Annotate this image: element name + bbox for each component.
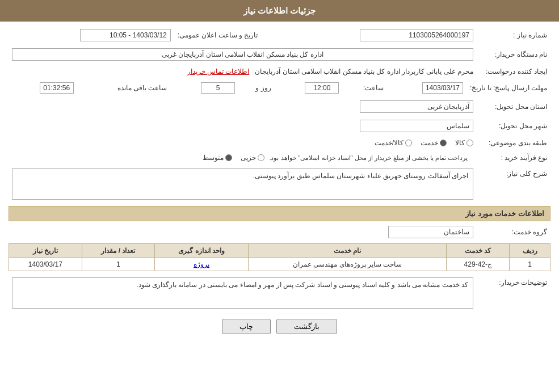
- category-option-kala-khedmat[interactable]: کالا/خدمت: [375, 139, 412, 147]
- deadline-days: 5: [201, 82, 235, 94]
- radio-jozii: [258, 154, 264, 161]
- button-row: بازگشت چاپ: [9, 319, 550, 334]
- purchase-type-label: نوع فرآیند خرید :: [477, 152, 550, 163]
- services-table: ردیف کد خدمت نام خدمت واحد اندازه گیری ت…: [9, 243, 550, 271]
- deadline-remain-label: ساعت باقی مانده: [77, 81, 170, 95]
- row-unit[interactable]: پروژه: [155, 258, 249, 271]
- city-label: شهر محل تحویل:: [477, 118, 550, 134]
- category-radio-group: کالا خدمت کالا/خدمت: [12, 139, 473, 147]
- purchase-type-note: پرداخت تمام یا بخشی از مبلغ خریدار از مح…: [269, 154, 468, 162]
- city-value: سلماس: [360, 120, 473, 132]
- org-name-value: اداره کل بنیاد مسکن انقلاب اسلامی استان …: [12, 48, 473, 61]
- announce-value: 1403/03/12 - 10:05: [80, 29, 171, 41]
- row-qty: 1: [82, 258, 155, 271]
- row-name: ساخت سایر پروژه‌های مهندسی عمران: [248, 258, 446, 271]
- contact-link[interactable]: اطلاعات تماس خریدار: [187, 68, 250, 75]
- province-label: استان محل تحویل:: [477, 99, 550, 115]
- radio-kala: [466, 140, 473, 146]
- buyer-notes-label: توضیحات خریدار:: [477, 276, 550, 310]
- deadline-remain: 01:32:56: [40, 82, 74, 94]
- org-name-label: نام دستگاه خریدار:: [477, 47, 550, 62]
- creator-label: ایجاد کننده درخواست:: [477, 66, 550, 77]
- category-label: طبقه بندی موضوعی:: [477, 137, 550, 149]
- page-title: جزئیات اطلاعات نیاز: [243, 6, 316, 15]
- province-value: آذربایجان غربی: [360, 100, 473, 113]
- deadline-date: 1403/03/17: [422, 82, 463, 94]
- col-qty: تعداد / مقدار: [82, 244, 155, 258]
- purchase-type-motavasset[interactable]: متوسط: [203, 154, 232, 162]
- buyer-notes-value: کد خدمت مشابه می باشد و کلیه اسناد پیوست…: [12, 277, 473, 309]
- deadline-time-label: ساعت:: [342, 81, 386, 95]
- col-name: نام خدمت: [248, 244, 446, 258]
- deadline-label: مهلت ارسال پاسخ: تا تاریخ:: [466, 81, 550, 95]
- radio-kala-khedmat: [405, 140, 412, 146]
- service-group-value: ساختمان: [388, 226, 473, 238]
- radio-khedmat: [440, 140, 447, 146]
- category-option-khedmat[interactable]: خدمت: [421, 139, 447, 147]
- creator-value: محرم علی یابانی کاربردار اداره کل بنیاد …: [253, 68, 473, 75]
- services-section-header: اطلاعات خدمات مورد نیاز: [9, 206, 550, 221]
- col-date: تاریخ نیاز: [9, 244, 82, 258]
- row-code: ج-42-429: [447, 258, 510, 271]
- radio-motavasset: [225, 154, 232, 161]
- row-date: 1403/03/17: [9, 258, 82, 271]
- need-number-label: شماره نیاز :: [477, 27, 550, 43]
- page-header: جزئیات اطلاعات نیاز: [0, 0, 559, 22]
- col-code: کد خدمت: [447, 244, 510, 258]
- need-number-value: 1103005264000197: [360, 29, 473, 41]
- announce-label: تاریخ و ساعت اعلان عمومی:: [174, 27, 262, 43]
- purchase-type-jozii[interactable]: جزیی: [241, 154, 264, 162]
- need-desc-value: اجرای آسفالت روستای جهریق علیاء شهرستان …: [12, 168, 473, 200]
- print-button[interactable]: چاپ: [222, 319, 271, 334]
- category-option-kala[interactable]: کالا: [455, 139, 473, 147]
- col-unit: واحد اندازه گیری: [155, 244, 249, 258]
- back-button[interactable]: بازگشت: [276, 319, 337, 334]
- row-number: 1: [510, 258, 550, 271]
- service-group-label: گروه خدمت:: [477, 224, 550, 240]
- deadline-time: 12:00: [305, 82, 339, 94]
- deadline-day-label: روز و: [238, 81, 274, 95]
- purchase-type-radio-group: جزیی متوسط: [203, 154, 264, 162]
- col-row: ردیف: [510, 244, 550, 258]
- need-desc-label: شرح کلی نیاز:: [477, 167, 550, 201]
- table-row: 1 ج-42-429 ساخت سایر پروژه‌های مهندسی عم…: [9, 258, 550, 271]
